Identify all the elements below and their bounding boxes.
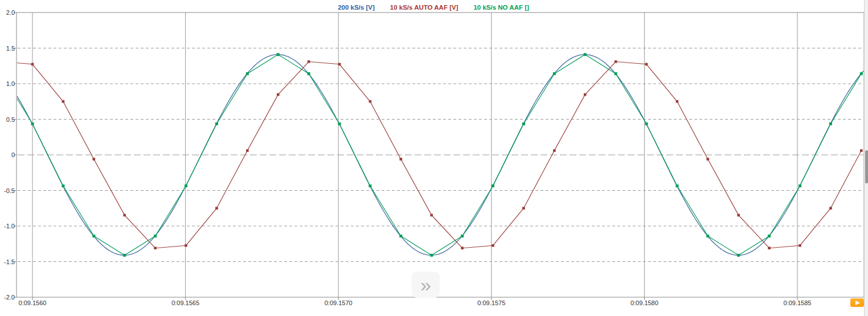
horizontal-gridlines (18, 48, 863, 262)
chart-legend: 200 kS/s [V]10 kS/s AUTO AAF [V]10 kS/s … (338, 4, 529, 11)
y-tick-label: 1.5 (6, 45, 15, 52)
y-axis-ticks-labels: 2.01.51.00.50-0.5-1.0-1.5-2.0 (4, 9, 17, 301)
x-tick-label: 0:09.1575 (477, 299, 505, 306)
y-tick-label: 1.0 (6, 80, 15, 87)
waveform-recorder-screen: 200 kS/s [V]10 kS/s AUTO AAF [V]10 kS/s … (0, 0, 868, 316)
y-tick-label: -1.5 (4, 258, 15, 265)
legend-item-1[interactable]: 10 kS/s AUTO AAF [V] (390, 4, 458, 11)
scrollbar-thumb[interactable] (865, 150, 868, 183)
legend-item-2[interactable]: 10 kS/s NO AAF [] (473, 4, 529, 11)
vertical-scrollbar[interactable] (864, 0, 868, 316)
y-tick-label: -1.0 (4, 223, 15, 229)
x-tick-label: 0:09.1560 (19, 299, 47, 306)
x-tick-label: 0:09.1565 (171, 299, 199, 306)
y-tick-label: 0.5 (6, 116, 15, 123)
play-icon (855, 301, 860, 305)
x-tick-label: 0:09.1570 (325, 299, 353, 306)
y-tick-label: -2.0 (4, 294, 15, 301)
expand-button[interactable]: » (412, 272, 440, 298)
vertical-gridlines (32, 13, 797, 300)
x-tick-label: 0:09.1585 (784, 299, 812, 306)
y-tick-label: 2.0 (6, 9, 15, 16)
waveform-plot[interactable]: 2.01.51.00.50-0.5-1.0-1.5-2.00:09.15600:… (0, 0, 868, 316)
y-tick-label: -0.5 (4, 187, 15, 194)
x-axis-labels: 0:09.15600:09.15650:09.15700:09.15750:09… (19, 299, 812, 306)
legend-item-0[interactable]: 200 kS/s [V] (338, 4, 375, 11)
y-tick-label: 0 (11, 151, 15, 158)
play-button[interactable] (850, 298, 864, 307)
x-tick-label: 0:09.1580 (630, 299, 658, 306)
